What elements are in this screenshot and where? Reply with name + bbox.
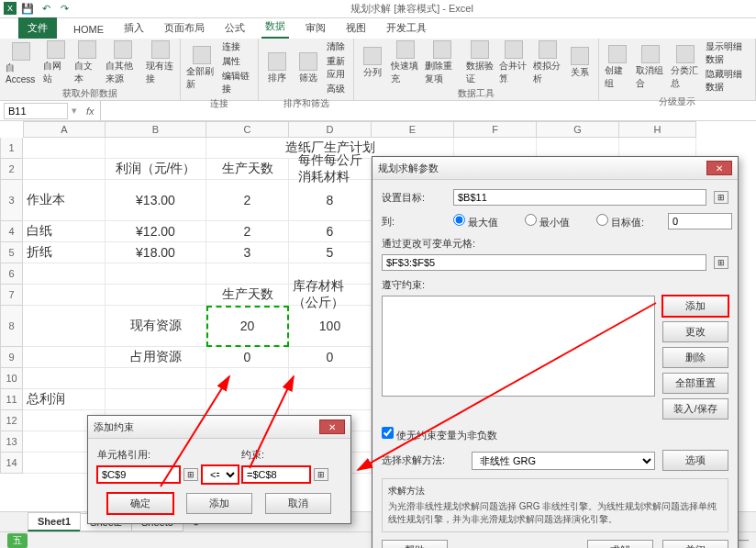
constraint-input[interactable] xyxy=(242,466,310,483)
cell-A5[interactable]: 折纸 xyxy=(23,242,106,263)
row-head-10[interactable]: 10 xyxy=(0,368,23,389)
method-select[interactable]: 非线性 GRG xyxy=(472,452,655,470)
col-head-H[interactable]: H xyxy=(619,121,696,138)
constraints-list[interactable] xyxy=(382,296,655,397)
col-head-C[interactable]: C xyxy=(206,121,289,138)
options-button[interactable]: 选项 xyxy=(662,450,728,471)
row-head-4[interactable]: 4 xyxy=(0,221,23,242)
tab-dev[interactable]: 开发工具 xyxy=(383,17,430,39)
cell-D8[interactable]: 100 xyxy=(289,306,372,347)
btn-text[interactable]: 自文本 xyxy=(74,40,100,85)
cell-D2[interactable]: 每件每公斤 消耗材料 xyxy=(289,159,372,180)
tab-home[interactable]: HOME xyxy=(70,20,107,39)
cell-A6[interactable] xyxy=(23,263,106,285)
tab-view[interactable]: 视图 xyxy=(342,17,370,39)
close-button[interactable]: 关闭 xyxy=(662,540,728,548)
tab-formula[interactable]: 公式 xyxy=(221,17,249,39)
col-head-E[interactable]: E xyxy=(372,121,454,138)
cell-A1[interactable] xyxy=(23,138,106,159)
cell-C7[interactable]: 生产天数 xyxy=(206,285,289,306)
btn-other[interactable]: 自其他来源 xyxy=(106,40,141,85)
btn-subtotal[interactable]: 分类汇总 xyxy=(671,45,700,90)
cancel-button[interactable]: 取消 xyxy=(265,493,331,514)
row-head-6[interactable]: 6 xyxy=(0,263,23,285)
cell-B1[interactable] xyxy=(106,138,206,159)
delete-button[interactable]: 删除 xyxy=(662,347,728,368)
row-head-1[interactable]: 1 xyxy=(0,138,23,159)
row-head-8[interactable]: 8 xyxy=(0,306,23,347)
btn-rel[interactable]: 关系 xyxy=(567,47,593,79)
btn-valid[interactable]: 数据验证 xyxy=(466,40,495,85)
row-head-14[interactable]: 14 xyxy=(0,453,23,474)
btn-whatif[interactable]: 模拟分析 xyxy=(533,40,561,85)
ok-button[interactable]: 确定 xyxy=(107,493,173,514)
col-head-G[interactable]: G xyxy=(537,121,619,138)
btn-group[interactable]: 创建组 xyxy=(605,45,630,90)
undo-icon[interactable]: ↶ xyxy=(39,2,53,17)
add-button[interactable]: 添加 xyxy=(186,493,252,514)
cell-A11[interactable]: 总利润 xyxy=(23,389,106,410)
cell-A9[interactable] xyxy=(23,347,106,368)
cell-A3[interactable]: 作业本 xyxy=(23,180,106,221)
btn-dedup[interactable]: 删除重复项 xyxy=(425,40,461,85)
cell-B9[interactable]: 占用资源 xyxy=(106,347,206,368)
name-box[interactable] xyxy=(4,103,68,119)
picker-icon[interactable]: ⊞ xyxy=(714,191,728,204)
cell-D11[interactable] xyxy=(289,389,372,410)
row-head-11[interactable]: 11 xyxy=(0,389,23,410)
operator-select[interactable]: <= xyxy=(202,465,239,484)
btn-sort[interactable]: 排序 xyxy=(264,52,290,84)
btn-web[interactable]: 自网站 xyxy=(43,40,69,85)
target-input[interactable] xyxy=(668,213,732,229)
col-head-F[interactable]: F xyxy=(454,121,537,138)
cell-B6[interactable] xyxy=(106,263,206,285)
cell-D3[interactable]: 8 xyxy=(289,180,372,221)
fx-icon[interactable]: fx xyxy=(81,106,100,117)
cell-C2[interactable]: 生产天数 xyxy=(206,159,289,180)
row-head-5[interactable]: 5 xyxy=(0,242,23,263)
redo-icon[interactable]: ↷ xyxy=(57,2,72,17)
row-head-7[interactable]: 7 xyxy=(0,285,23,306)
btn-refresh[interactable]: 全部刷新 xyxy=(186,46,217,91)
cell-A7[interactable] xyxy=(23,285,106,306)
row-head-12[interactable]: 12 xyxy=(0,410,23,431)
add-constraint-button[interactable]: 添加 xyxy=(662,296,728,317)
close-icon[interactable]: ✕ xyxy=(706,161,732,175)
save-icon[interactable]: 💾 xyxy=(20,2,35,17)
cell-C11[interactable] xyxy=(206,389,289,410)
help-button[interactable]: 帮助 xyxy=(382,540,448,548)
cell-C4[interactable]: 2 xyxy=(206,221,289,242)
picker-icon[interactable]: ⊞ xyxy=(714,256,728,269)
cell-C10[interactable] xyxy=(206,368,289,389)
row-head-2[interactable]: 2 xyxy=(0,159,23,180)
cell-D9[interactable]: 0 xyxy=(289,347,372,368)
change-button[interactable]: 更改 xyxy=(662,321,728,342)
row-head-3[interactable]: 3 xyxy=(0,180,23,221)
cell-C5[interactable]: 3 xyxy=(206,242,289,263)
cell-D7[interactable]: 库存材料（公斤） xyxy=(289,285,372,306)
cell-B5[interactable]: ¥18.00 xyxy=(106,242,206,263)
tab-layout[interactable]: 页面布局 xyxy=(161,17,208,39)
con-picker-icon[interactable]: ⊞ xyxy=(314,468,328,481)
col-head-A[interactable]: A xyxy=(23,121,106,138)
btn-flash[interactable]: 快速填充 xyxy=(391,40,419,85)
tab-insert[interactable]: 插入 xyxy=(120,17,148,39)
cell-B8[interactable]: 现有资源 xyxy=(106,306,206,347)
cell-B4[interactable]: ¥12.00 xyxy=(106,221,206,242)
cell-C9[interactable]: 0 xyxy=(206,347,289,368)
sheet-tab-1[interactable]: Sheet1 xyxy=(28,512,81,531)
btn-texttocol[interactable]: 分列 xyxy=(360,47,385,79)
ime-indicator[interactable]: 五 xyxy=(7,533,28,548)
cell-A4[interactable]: 白纸 xyxy=(23,221,106,242)
cell-D5[interactable]: 5 xyxy=(289,242,372,263)
col-head-B[interactable]: B xyxy=(106,121,206,138)
tab-file[interactable]: 文件 xyxy=(18,17,57,39)
load-save-button[interactable]: 装入/保存 xyxy=(662,398,728,419)
row-head-13[interactable]: 13 xyxy=(0,431,23,453)
cell-A2[interactable] xyxy=(23,159,106,180)
close-icon[interactable]: ✕ xyxy=(319,419,345,434)
cell-B2[interactable]: 利润（元/件） xyxy=(106,159,206,180)
cell-D4[interactable]: 6 xyxy=(289,221,372,242)
ref-picker-icon[interactable]: ⊞ xyxy=(183,468,198,481)
col-head-D[interactable]: D xyxy=(289,121,372,138)
